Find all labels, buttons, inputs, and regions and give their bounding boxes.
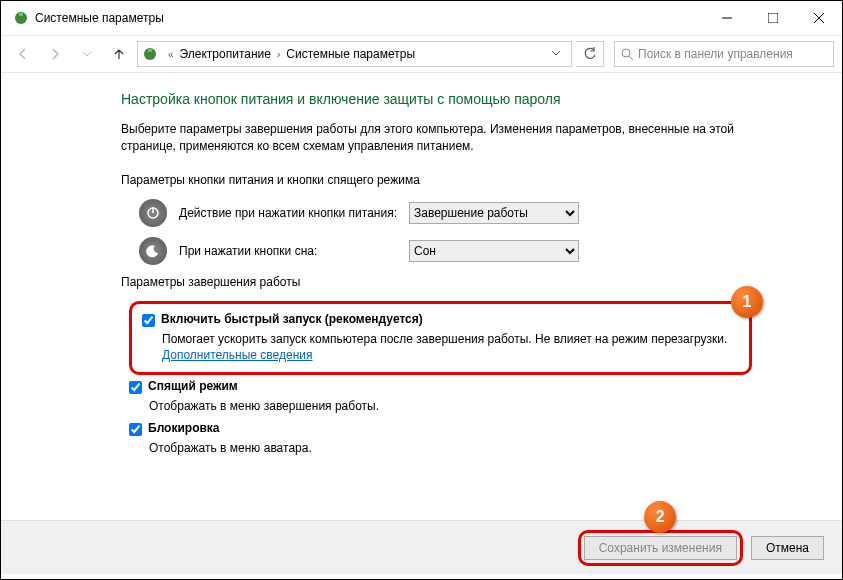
chevron-right-icon: › (271, 49, 286, 60)
svg-point-8 (622, 49, 630, 57)
more-info-link[interactable]: Дополнительные сведения (162, 348, 312, 362)
sleep-mode-label: Спящий режим (148, 379, 238, 393)
badge-2: 2 (644, 501, 676, 533)
nav-recent-dropdown[interactable] (73, 40, 101, 68)
window-title: Системные параметры (35, 11, 704, 25)
lock-desc: Отображать в меню аватара. (149, 440, 752, 457)
nav-forward-button[interactable] (41, 40, 69, 68)
svg-rect-7 (148, 49, 152, 52)
search-placeholder: Поиск в панели управления (638, 47, 793, 61)
page-heading: Настройка кнопок питания и включение защ… (121, 91, 752, 107)
sleep-mode-desc: Отображать в меню завершения работы. (149, 398, 752, 415)
highlight-box-1: 1 Включить быстрый запуск (рекомендуется… (129, 301, 752, 376)
breadcrumb-item-2[interactable]: Системные параметры (286, 47, 415, 61)
sleep-button-action-select[interactable]: Сон (409, 240, 579, 262)
section-buttons-label: Параметры кнопки питания и кнопки спящег… (121, 173, 752, 187)
sleep-button-action-label: При нажатии кнопки сна: (179, 244, 409, 258)
nav-back-button[interactable] (9, 40, 37, 68)
save-button[interactable]: Сохранить изменения (584, 536, 737, 560)
breadcrumb[interactable]: « Электропитание › Системные параметры (137, 41, 572, 67)
refresh-button[interactable] (576, 41, 604, 67)
cancel-button[interactable]: Отмена (751, 536, 824, 560)
fast-startup-checkbox[interactable] (142, 314, 155, 327)
power-icon (139, 199, 167, 227)
search-icon (621, 48, 634, 61)
power-button-action-label: Действие при нажатии кнопки питания: (179, 206, 409, 220)
search-input[interactable]: Поиск в панели управления (614, 41, 834, 67)
badge-1: 1 (731, 286, 763, 318)
breadcrumb-dropdown[interactable] (545, 47, 567, 61)
lock-label: Блокировка (148, 421, 220, 435)
breadcrumb-icon (142, 46, 158, 62)
svg-rect-3 (768, 13, 778, 23)
svg-line-9 (629, 56, 633, 60)
power-button-action-select[interactable]: Завершение работы (409, 202, 579, 224)
nav-up-button[interactable] (105, 40, 133, 68)
sleep-mode-checkbox[interactable] (129, 381, 142, 394)
minimize-button[interactable] (704, 1, 750, 35)
fast-startup-desc: Помогает ускорить запуск компьютера посл… (162, 332, 727, 346)
breadcrumb-item-1[interactable]: Электропитание (180, 47, 271, 61)
svg-rect-1 (19, 13, 23, 16)
highlight-box-2: 2 Сохранить изменения (578, 530, 743, 566)
fast-startup-label: Включить быстрый запуск (рекомендуется) (161, 312, 423, 326)
breadcrumb-sep: « (162, 49, 180, 60)
maximize-button[interactable] (750, 1, 796, 35)
sleep-icon (139, 237, 167, 265)
lock-checkbox[interactable] (129, 423, 142, 436)
close-button[interactable] (796, 1, 842, 35)
app-icon (13, 10, 29, 26)
section-shutdown-label: Параметры завершения работы (121, 275, 752, 289)
page-description: Выберите параметры завершения работы для… (121, 121, 752, 155)
